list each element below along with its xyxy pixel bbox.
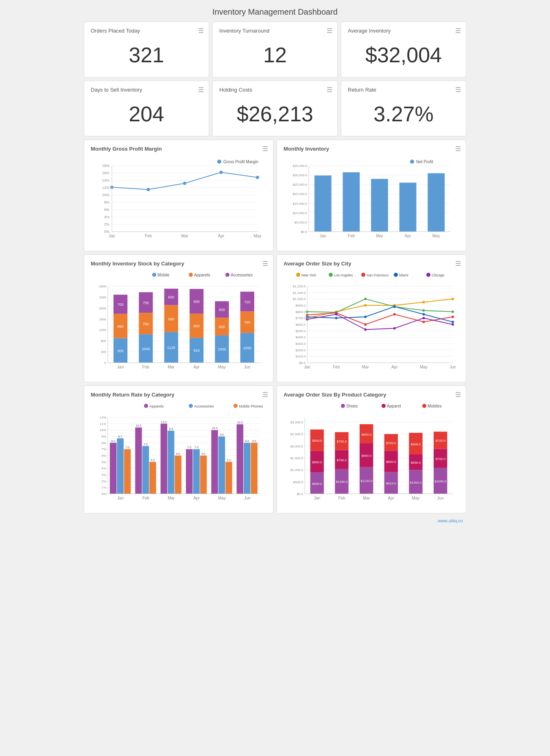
svg-text:$900.0: $900.0 (296, 304, 306, 307)
svg-text:2000: 2000 (99, 307, 106, 310)
svg-rect-253 (168, 431, 174, 494)
svg-text:7.0: 7.0 (125, 446, 129, 449)
svg-text:$900.0: $900.0 (411, 443, 421, 446)
svg-text:May: May (218, 365, 226, 369)
svg-text:10.4: 10.4 (136, 424, 142, 427)
svg-point-197 (335, 313, 338, 316)
svg-text:Feb: Feb (145, 234, 152, 238)
svg-text:$1,000.0: $1,000.0 (293, 297, 306, 301)
kpi-days-to-sell-menu[interactable]: ☰ (198, 86, 204, 94)
svg-text:Mar: Mar (168, 496, 175, 500)
kpi-row-2: Days to Sell Inventory ☰ 204 Holding Cos… (84, 81, 466, 136)
svg-text:1040: 1040 (142, 347, 150, 351)
svg-rect-267 (218, 436, 225, 494)
svg-rect-276 (251, 443, 258, 494)
kpi-average-inventory-menu[interactable]: ☰ (455, 27, 461, 35)
svg-text:790: 790 (143, 322, 149, 326)
svg-point-27 (183, 182, 186, 185)
monthly-inventory-svg: $0.0$5,000.0$10,000.0$15,000.0$20,000.0$… (284, 154, 459, 244)
svg-text:7.5: 7.5 (144, 443, 148, 446)
order-by-city-card: Average Order Size by City ☰ New YorkLos… (277, 254, 466, 382)
svg-point-199 (393, 327, 396, 329)
order-by-city-menu[interactable]: ☰ (455, 260, 461, 267)
svg-text:Jan: Jan (117, 496, 124, 500)
svg-text:1000: 1000 (218, 347, 226, 351)
svg-point-195 (452, 321, 454, 323)
svg-text:890: 890 (118, 324, 124, 329)
svg-text:$800.0: $800.0 (361, 433, 371, 436)
svg-text:890: 890 (194, 324, 200, 328)
svg-text:650: 650 (219, 325, 225, 329)
svg-text:Net Profit: Net Profit (416, 160, 433, 164)
svg-text:Feb: Feb (348, 234, 355, 238)
svg-text:May: May (218, 496, 226, 500)
return-by-category-card: Monthly Return Rate by Category ☰ Appare… (84, 386, 273, 513)
svg-point-180 (364, 298, 367, 300)
svg-text:$35,000.0: $35,000.0 (292, 164, 307, 168)
order-by-product-menu[interactable]: ☰ (455, 391, 461, 399)
return-by-category-menu[interactable]: ☰ (262, 391, 268, 399)
svg-point-136 (394, 273, 398, 277)
svg-text:New York: New York (301, 273, 316, 277)
svg-text:May: May (432, 234, 440, 238)
svg-text:12%: 12% (102, 186, 109, 190)
page-title: Inventory Management Dashboard (84, 4, 466, 22)
svg-text:10%: 10% (100, 428, 106, 432)
svg-text:Jun: Jun (437, 496, 444, 500)
gross-profit-svg: 0%2%4%6%8%10%12%14%16%18%JanFebMarAprMay… (91, 154, 266, 244)
monthly-inventory-chart-menu[interactable]: ☰ (455, 145, 461, 153)
svg-text:Apparel: Apparel (387, 404, 401, 408)
kpi-return-rate-label: Return Rate (348, 87, 459, 93)
svg-text:Feb: Feb (142, 365, 150, 369)
kpi-inventory-turnaround-label: Inventory Turnaround (219, 28, 331, 34)
svg-text:Accessories: Accessories (194, 404, 214, 408)
svg-point-134 (361, 273, 365, 277)
svg-point-282 (382, 404, 386, 408)
svg-point-206 (189, 404, 193, 408)
kpi-inventory-turnaround-menu[interactable]: ☰ (327, 27, 332, 35)
svg-text:$650.0: $650.0 (411, 461, 421, 465)
svg-text:6%: 6% (101, 454, 106, 458)
svg-text:900: 900 (194, 300, 200, 304)
svg-point-132 (329, 273, 333, 277)
kpi-orders-today-menu[interactable]: ☰ (198, 27, 204, 35)
svg-text:8.0: 8.0 (245, 440, 249, 443)
kpi-holding-costs-menu[interactable]: ☰ (327, 86, 332, 94)
kpi-inventory-turnaround-value: 12 (219, 35, 331, 71)
svg-rect-246 (142, 446, 149, 494)
svg-text:$15,000.0: $15,000.0 (292, 202, 307, 206)
kpi-return-rate-menu[interactable]: ☰ (455, 86, 461, 94)
svg-text:$790.0: $790.0 (435, 457, 445, 461)
svg-rect-269 (225, 462, 232, 494)
charts-row-3: Monthly Return Rate by Category ☰ Appare… (84, 386, 466, 513)
svg-text:Mobile: Mobile (157, 273, 170, 277)
svg-text:2800: 2800 (99, 285, 106, 288)
svg-text:9.9: 9.9 (169, 427, 173, 430)
svg-point-201 (452, 323, 454, 326)
svg-text:5.0: 5.0 (227, 459, 231, 462)
svg-text:8.7: 8.7 (118, 435, 122, 438)
svg-rect-241 (124, 449, 131, 494)
svg-text:$25,000.0: $25,000.0 (292, 183, 307, 186)
svg-text:7.0: 7.0 (194, 446, 199, 449)
svg-text:Los Angeles: Los Angeles (334, 273, 353, 277)
svg-text:$400.0: $400.0 (296, 335, 306, 339)
svg-point-68 (225, 273, 229, 277)
svg-text:$2,000.0: $2,000.0 (290, 445, 303, 448)
svg-text:Apr: Apr (388, 496, 395, 500)
svg-text:11.0: 11.0 (161, 421, 167, 423)
svg-text:$3,000.0: $3,000.0 (290, 421, 303, 424)
svg-text:7.0: 7.0 (187, 446, 191, 449)
kpi-holding-costs: Holding Costs ☰ $26,213 (212, 81, 338, 136)
svg-point-182 (422, 309, 425, 312)
inventory-by-category-menu[interactable]: ☰ (262, 260, 268, 267)
svg-text:Jan: Jan (117, 365, 124, 369)
svg-text:Feb: Feb (338, 496, 345, 500)
gross-profit-chart-menu[interactable]: ☰ (262, 145, 268, 153)
svg-text:1600: 1600 (99, 318, 106, 321)
svg-rect-262 (200, 456, 207, 494)
svg-point-194 (422, 313, 425, 316)
kpi-orders-today-label: Orders Placed Today (91, 28, 202, 34)
svg-text:Apr: Apr (218, 234, 225, 238)
svg-text:1%: 1% (101, 486, 106, 489)
